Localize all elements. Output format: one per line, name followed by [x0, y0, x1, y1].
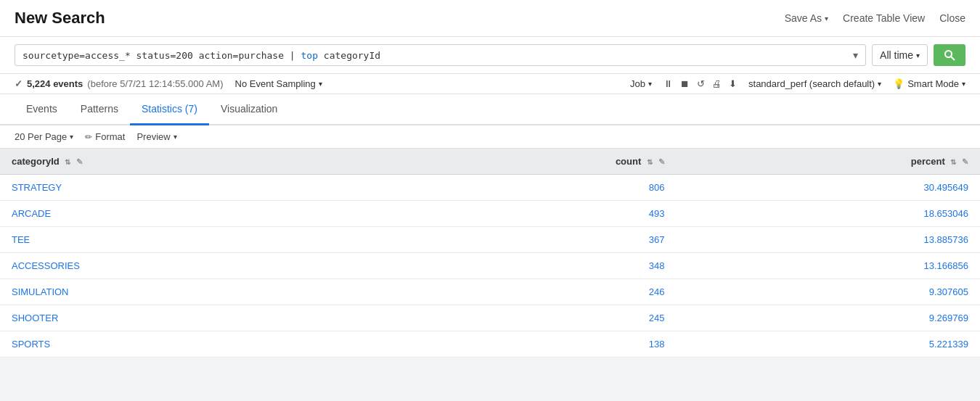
search-button[interactable]: [934, 44, 965, 66]
sort-icon-count[interactable]: ⇅: [647, 158, 653, 166]
cell-count: 493: [372, 201, 677, 227]
export-icon[interactable]: ⬇: [729, 78, 737, 89]
table-row: SHOOTER 245 9.269769: [0, 305, 980, 331]
per-page-button[interactable]: 20 Per Page ▾: [15, 131, 73, 142]
cell-count: 367: [372, 227, 677, 253]
query-prefix: sourcetype=access_* status=200 action=pu…: [23, 50, 301, 61]
format-button[interactable]: ✏ Format: [85, 131, 125, 142]
no-event-sampling-button[interactable]: No Event Sampling ▾: [235, 78, 322, 89]
table-row: TEE 367 13.885736: [0, 227, 980, 253]
top-bar: New Search Save As ▾ Create Table View C…: [0, 0, 980, 37]
perf-caret-icon: ▾: [878, 80, 881, 88]
cell-percent: 13.885736: [677, 227, 981, 253]
search-chevron-icon[interactable]: ▾: [847, 49, 858, 61]
save-as-button[interactable]: Save As ▾: [785, 12, 828, 24]
cell-count: 245: [372, 305, 677, 331]
stop-icon[interactable]: ⏹: [680, 78, 690, 89]
smart-mode-button[interactable]: 💡 Smart Mode ▾: [893, 78, 965, 89]
check-icon: ✓: [15, 78, 23, 89]
tabs-row: Events Patterns Statistics (7) Visualiza…: [0, 94, 980, 125]
svg-line-1: [951, 57, 955, 60]
tab-visualization[interactable]: Visualization: [209, 94, 289, 125]
table-row: ACCESSORIES 348 13.166856: [0, 253, 980, 279]
cell-count: 806: [372, 175, 677, 201]
tab-events[interactable]: Events: [15, 94, 69, 125]
cell-category[interactable]: STRATEGY: [0, 175, 372, 201]
cell-category[interactable]: ARCADE: [0, 201, 372, 227]
smart-mode-caret-icon: ▾: [962, 80, 965, 88]
print-icon[interactable]: 🖨: [712, 78, 722, 89]
cell-percent: 5.221339: [677, 331, 981, 357]
table-body: STRATEGY 806 30.495649 ARCADE 493 18.653…: [0, 175, 980, 357]
save-as-caret-icon: ▾: [825, 15, 828, 22]
svg-point-0: [945, 51, 952, 57]
per-page-caret-icon: ▾: [70, 133, 73, 141]
create-table-view-button[interactable]: Create Table View: [843, 12, 925, 24]
cell-count: 138: [372, 331, 677, 357]
cell-category[interactable]: TEE: [0, 227, 372, 253]
preview-button[interactable]: Preview ▾: [136, 131, 176, 142]
close-button[interactable]: Close: [939, 12, 965, 24]
pause-icon[interactable]: ⏸: [663, 78, 673, 89]
cell-percent: 18.653046: [677, 201, 981, 227]
cell-count: 348: [372, 253, 677, 279]
page-title: New Search: [15, 9, 105, 28]
events-count-detail: (before 5/7/21 12:14:55.000 AM): [87, 78, 223, 89]
tab-statistics[interactable]: Statistics (7): [130, 94, 209, 125]
query-keyword: top: [301, 50, 318, 61]
cell-percent: 30.495649: [677, 175, 981, 201]
toolbar-row: 20 Per Page ▾ ✏ Format Preview ▾: [0, 125, 980, 149]
search-icon: [944, 49, 955, 61]
edit-icon-categoryid[interactable]: ✎: [76, 157, 83, 166]
pencil-icon: ✏: [85, 132, 92, 142]
tab-patterns[interactable]: Patterns: [69, 94, 130, 125]
job-caret-icon: ▾: [648, 80, 652, 88]
edit-icon-count[interactable]: ✎: [658, 157, 665, 166]
edit-icon-percent[interactable]: ✎: [962, 157, 968, 166]
top-actions: Save As ▾ Create Table View Close: [785, 12, 965, 24]
cell-percent: 9.307605: [677, 279, 981, 305]
query-suffix: categoryId: [318, 50, 380, 61]
search-query-display: sourcetype=access_* status=200 action=pu…: [23, 50, 847, 61]
bulb-icon: 💡: [893, 78, 905, 89]
sort-icon-categoryid[interactable]: ⇅: [65, 158, 70, 166]
cell-category[interactable]: SPORTS: [0, 331, 372, 357]
column-header-count: count ⇅ ✎: [372, 149, 677, 175]
sampling-caret-icon: ▾: [319, 80, 322, 88]
cell-category[interactable]: SHOOTER: [0, 305, 372, 331]
search-input-wrapper[interactable]: sourcetype=access_* status=200 action=pu…: [15, 44, 866, 66]
time-range-picker[interactable]: All time ▾: [872, 44, 928, 66]
column-header-categoryid: categoryId ⇅ ✎: [0, 149, 372, 175]
cell-category[interactable]: ACCESSORIES: [0, 253, 372, 279]
time-range-caret-icon: ▾: [916, 51, 920, 59]
events-count: ✓ 5,224 events (before 5/7/21 12:14:55.0…: [15, 78, 224, 89]
column-header-percent: percent ⇅ ✎: [677, 149, 981, 175]
table-header-row: categoryId ⇅ ✎ count ⇅ ✎ percent ⇅ ✎: [0, 149, 980, 175]
search-bar-row: sourcetype=access_* status=200 action=pu…: [0, 37, 980, 74]
events-count-value: 5,224 events: [27, 78, 83, 89]
table-row: SPORTS 138 5.221339: [0, 331, 980, 357]
perf-button[interactable]: standard_perf (search default) ▾: [748, 78, 881, 89]
cell-count: 246: [372, 279, 677, 305]
preview-caret-icon: ▾: [173, 133, 177, 141]
statistics-table: categoryId ⇅ ✎ count ⇅ ✎ percent ⇅ ✎ STR…: [0, 149, 980, 357]
statistics-table-container: categoryId ⇅ ✎ count ⇅ ✎ percent ⇅ ✎ STR…: [0, 149, 980, 357]
job-controls: ⏸ ⏹ ↺ 🖨 ⬇: [663, 78, 737, 89]
table-row: STRATEGY 806 30.495649: [0, 175, 980, 201]
job-button[interactable]: Job ▾: [630, 78, 652, 89]
table-row: SIMULATION 246 9.307605: [0, 279, 980, 305]
sort-icon-percent[interactable]: ⇅: [950, 158, 956, 166]
cell-category[interactable]: SIMULATION: [0, 279, 372, 305]
refresh-icon[interactable]: ↺: [697, 78, 705, 89]
cell-percent: 13.166856: [677, 253, 981, 279]
cell-percent: 9.269769: [677, 305, 981, 331]
table-row: ARCADE 493 18.653046: [0, 201, 980, 227]
status-row: ✓ 5,224 events (before 5/7/21 12:14:55.0…: [0, 74, 980, 94]
